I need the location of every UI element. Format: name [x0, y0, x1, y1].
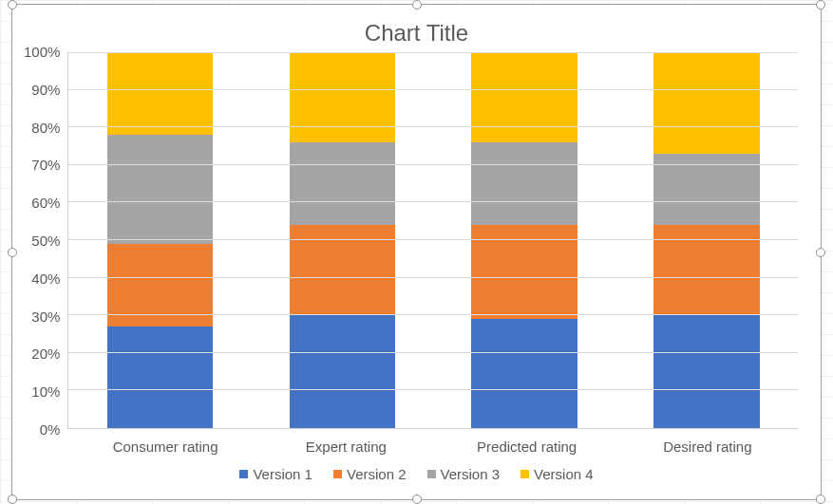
gridline — [68, 314, 798, 315]
bar-segment[interactable] — [653, 52, 759, 154]
x-axis[interactable]: Consumer ratingExpert ratingPredicted ra… — [18, 429, 815, 458]
gridline — [68, 352, 798, 353]
x-tick-label: Expert rating — [256, 429, 436, 458]
y-tick-label: 60% — [31, 195, 60, 211]
legend-swatch — [521, 470, 529, 478]
plot-wrap: 100%90%80%70%60%50%40%30%20%10%0% — [18, 52, 815, 429]
bar-segment[interactable] — [290, 52, 395, 142]
bar-segment[interactable] — [653, 315, 759, 428]
x-tick-label: Consumer rating — [75, 429, 256, 458]
bar-slot — [615, 52, 798, 428]
resize-handle-top-left[interactable] — [8, 0, 17, 9]
y-tick-label: 90% — [31, 82, 60, 98]
y-tick-label: 100% — [24, 44, 60, 60]
legend-label: Version 2 — [347, 466, 407, 482]
gridline — [68, 52, 798, 53]
legend-swatch — [239, 470, 248, 478]
legend-swatch — [427, 470, 436, 478]
gridline — [68, 164, 798, 165]
legend-label: Version 4 — [534, 466, 594, 482]
resize-handle-bottom-left[interactable] — [8, 495, 17, 504]
resize-handle-left[interactable] — [8, 248, 17, 257]
gridline — [68, 89, 798, 90]
bar-segment[interactable] — [107, 52, 213, 135]
y-axis[interactable]: 100%90%80%70%60%50%40%30%20%10%0% — [24, 44, 67, 438]
chart-title[interactable]: Chart Title — [18, 20, 815, 47]
bar-slot — [251, 52, 433, 428]
bar-segment[interactable] — [107, 327, 213, 428]
legend-item[interactable]: Version 4 — [521, 466, 594, 482]
y-tick-label: 80% — [31, 120, 60, 136]
bars-container — [68, 52, 798, 428]
legend-item[interactable]: Version 3 — [427, 466, 501, 482]
x-tick-label: Desired rating — [617, 429, 798, 458]
gridline — [68, 201, 798, 202]
legend-item[interactable]: Version 2 — [333, 466, 407, 482]
bar-segment[interactable] — [471, 319, 577, 428]
y-tick-label: 50% — [31, 233, 60, 249]
bar-slot — [68, 52, 251, 428]
legend-item[interactable]: Version 1 — [239, 466, 312, 482]
legend-swatch — [333, 470, 342, 478]
resize-handle-bottom[interactable] — [412, 495, 422, 504]
stacked-bar[interactable] — [290, 52, 395, 428]
y-tick-label: 70% — [31, 157, 60, 173]
legend-label: Version 1 — [253, 466, 312, 482]
stacked-bar[interactable] — [471, 52, 577, 428]
y-tick-label: 10% — [31, 383, 60, 400]
resize-handle-bottom-right[interactable] — [816, 495, 825, 504]
bar-segment[interactable] — [471, 142, 577, 225]
stacked-bar[interactable] — [107, 52, 213, 428]
resize-handle-right[interactable] — [816, 248, 825, 257]
y-tick-label: 30% — [31, 308, 60, 325]
gridline — [68, 277, 798, 278]
chart-area[interactable]: Chart Title 100%90%80%70%60%50%40%30%20%… — [18, 10, 815, 494]
y-tick-label: 40% — [31, 271, 60, 287]
legend-label: Version 3 — [441, 466, 501, 482]
bar-segment[interactable] — [471, 52, 577, 142]
bar-segment[interactable] — [290, 315, 395, 428]
y-tick-label: 20% — [31, 345, 60, 362]
gridline — [68, 239, 798, 240]
chart-object[interactable]: Chart Title 100%90%80%70%60%50%40%30%20%… — [11, 4, 822, 500]
bar-segment[interactable] — [290, 142, 395, 225]
bar-slot — [433, 52, 615, 428]
workspace: Chart Title 100%90%80%70%60%50%40%30%20%… — [0, 0, 833, 504]
legend[interactable]: Version 1Version 2Version 3Version 4 — [18, 458, 815, 494]
stacked-bar[interactable] — [653, 52, 759, 428]
gridline — [68, 126, 798, 127]
plot-area[interactable] — [67, 52, 798, 429]
resize-handle-top[interactable] — [412, 0, 422, 9]
resize-handle-top-right[interactable] — [816, 0, 825, 9]
bar-segment[interactable] — [107, 135, 213, 244]
x-tick-label: Predicted rating — [437, 429, 617, 458]
gridline — [68, 389, 798, 390]
